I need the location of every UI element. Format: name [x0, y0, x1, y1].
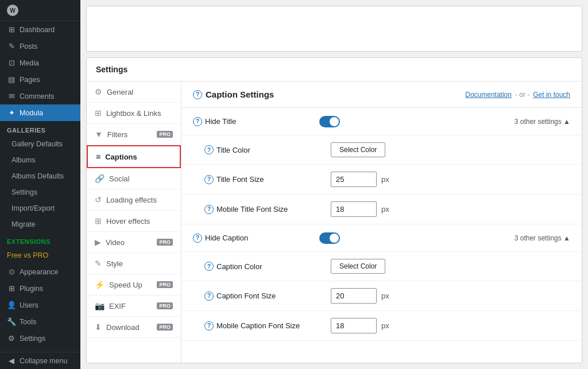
- caption-color-label: ? Caption Color: [204, 262, 331, 271]
- sidebar-item-free-vs-pro[interactable]: Free vs PRO: [0, 247, 80, 263]
- sidebar-item-migrate[interactable]: Migrate: [0, 216, 80, 232]
- collapse-icon: ◀: [7, 356, 16, 365]
- mobile-title-font-size-unit: px: [381, 205, 389, 213]
- sidebar-item-settings[interactable]: Settings: [0, 184, 80, 200]
- hide-caption-label: ? Hide Caption: [193, 234, 319, 243]
- hide-caption-toggle[interactable]: [319, 232, 340, 244]
- sidebar-item-tools[interactable]: 🔧 Tools: [0, 313, 80, 330]
- video-pro-badge: PRO: [157, 239, 173, 246]
- documentation-link[interactable]: Documentation: [465, 91, 512, 99]
- mobile-title-font-size-input[interactable]: [331, 201, 377, 217]
- top-area: [86, 6, 582, 52]
- sidebar-item-dashboard[interactable]: ⊞ Dashboard: [0, 21, 80, 38]
- sidebar-item-posts[interactable]: ✎ Posts: [0, 38, 80, 55]
- nav-item-loading-effects[interactable]: ↺ Loading effects: [87, 189, 181, 211]
- sidebar-collapse-menu[interactable]: ◀ Collapse menu: [0, 352, 80, 369]
- plugins-icon: ⊞: [7, 284, 16, 293]
- nav-item-captions[interactable]: ≡ Captions: [87, 145, 181, 168]
- sidebar-item-pages[interactable]: ▤ Pages: [0, 71, 80, 88]
- nav-item-social[interactable]: 🔗 Social: [87, 168, 181, 189]
- settings-body: ⚙ General ⊞ Lightbox & Links ▼ Filters P…: [87, 81, 582, 363]
- nav-item-hover-effects[interactable]: ⊞ Hover effects: [87, 211, 181, 232]
- caption-settings-content: ? Caption Settings Documentation - or - …: [181, 81, 582, 363]
- mobile-title-font-size-row: ? Mobile Title Font Size px: [181, 195, 582, 224]
- download-pro-badge: PRO: [157, 324, 173, 331]
- caption-color-button[interactable]: Select Color: [331, 259, 385, 274]
- sidebar-item-albums-defaults[interactable]: Albums Defaults: [0, 168, 80, 184]
- hide-caption-help-icon[interactable]: ?: [193, 234, 202, 243]
- users-icon: 👤: [7, 301, 16, 309]
- caption-settings-title: ? Caption Settings: [193, 90, 274, 99]
- hide-caption-extra[interactable]: 3 other settings ▲: [514, 234, 570, 242]
- comments-icon: ✉: [7, 92, 16, 100]
- sidebar-item-modula[interactable]: ✦ Modula: [0, 104, 80, 121]
- lightbox-icon: ⊞: [95, 108, 102, 118]
- hide-title-extra[interactable]: 3 other settings ▲: [514, 118, 570, 126]
- hide-title-row: ? Hide Title 3 other settings ▲: [181, 108, 582, 135]
- get-in-touch-link[interactable]: Get in touch: [533, 91, 570, 99]
- mobile-caption-font-size-label: ? Mobile Caption Font Size: [204, 321, 331, 331]
- nav-item-filters[interactable]: ▼ Filters PRO: [87, 124, 181, 145]
- mobile-title-font-size-control: px: [331, 201, 570, 217]
- sidebar: W ⊞ Dashboard ✎ Posts ⊡ Media ▤ Pages ✉ …: [0, 0, 80, 369]
- caption-color-help-icon[interactable]: ?: [204, 262, 214, 271]
- caption-color-control: Select Color: [331, 259, 570, 274]
- speed-up-icon: ⚡: [95, 280, 105, 289]
- title-font-size-help-icon[interactable]: ?: [204, 175, 214, 184]
- nav-item-lightbox[interactable]: ⊞ Lightbox & Links: [87, 103, 181, 124]
- captions-icon: ≡: [96, 152, 100, 161]
- speed-up-pro-badge: PRO: [157, 281, 173, 288]
- sidebar-item-appearance[interactable]: ⊙ Appearance: [0, 263, 80, 280]
- modula-icon: ✦: [7, 108, 16, 117]
- nav-item-speed-up[interactable]: ⚡ Speed Up PRO: [87, 274, 181, 296]
- title-font-size-input[interactable]: [331, 172, 377, 187]
- tools-icon: 🔧: [7, 317, 16, 326]
- posts-icon: ✎: [7, 42, 16, 51]
- hide-title-help-icon[interactable]: ?: [193, 117, 202, 126]
- sidebar-item-settings2[interactable]: ⚙ Settings: [0, 330, 80, 347]
- mobile-caption-font-size-input[interactable]: [331, 318, 377, 333]
- sidebar-logo: W: [0, 0, 80, 21]
- nav-item-exif[interactable]: 📷 EXIF PRO: [87, 296, 181, 317]
- settings-panel: Settings ⚙ General ⊞ Lightbox & Links ▼ …: [86, 57, 582, 363]
- hide-title-toggle[interactable]: [319, 116, 340, 127]
- appearance-icon: ⊙: [7, 267, 16, 276]
- settings-panel-title: Settings: [87, 58, 582, 81]
- exif-pro-badge: PRO: [157, 302, 173, 309]
- sidebar-item-gallery-defaults[interactable]: Gallery Defaults: [0, 136, 80, 152]
- caption-font-size-row: ? Caption Font Size px: [181, 281, 582, 311]
- caption-font-size-unit: px: [381, 292, 389, 300]
- sidebar-item-albums[interactable]: Albums: [0, 152, 80, 168]
- hide-caption-control: [319, 232, 514, 244]
- download-icon: ⬇: [95, 323, 102, 332]
- nav-item-download[interactable]: ⬇ Download PRO: [87, 317, 181, 338]
- sidebar-item-comments[interactable]: ✉ Comments: [0, 88, 80, 104]
- loading-effects-icon: ↺: [95, 195, 102, 204]
- nav-item-general[interactable]: ⚙ General: [87, 81, 181, 103]
- sidebar-item-users[interactable]: 👤 Users: [0, 297, 80, 313]
- extensions-section-label: Extensions: [0, 232, 80, 247]
- sidebar-item-plugins[interactable]: ⊞ Plugins: [0, 280, 80, 297]
- mobile-caption-font-size-control: px: [331, 318, 570, 333]
- sidebar-item-media[interactable]: ⊡ Media: [0, 55, 80, 71]
- mobile-caption-font-size-help-icon[interactable]: ?: [204, 321, 214, 331]
- mobile-title-font-size-help-icon[interactable]: ?: [204, 205, 214, 214]
- hover-effects-icon: ⊞: [95, 216, 102, 226]
- caption-font-size-control: px: [331, 288, 570, 304]
- hide-title-control: [319, 116, 514, 127]
- title-color-help-icon[interactable]: ?: [204, 145, 214, 154]
- caption-font-size-label: ? Caption Font Size: [204, 292, 331, 301]
- caption-help-icon[interactable]: ?: [193, 90, 202, 99]
- nav-item-style[interactable]: ✎ Style: [87, 253, 181, 274]
- sidebar-item-import-export[interactable]: Import/Export: [0, 200, 80, 216]
- wordpress-logo-icon: W: [7, 5, 18, 16]
- nav-item-video[interactable]: ▶ Video PRO: [87, 232, 181, 253]
- dashboard-icon: ⊞: [7, 25, 16, 34]
- caption-font-size-help-icon[interactable]: ?: [204, 292, 214, 301]
- exif-icon: 📷: [95, 301, 105, 310]
- media-icon: ⊡: [7, 59, 16, 67]
- title-color-button[interactable]: Select Color: [331, 142, 385, 157]
- caption-font-size-input[interactable]: [331, 288, 377, 304]
- hide-caption-row: ? Hide Caption 3 other settings ▲: [181, 224, 582, 252]
- settings-icon: ⚙: [7, 334, 16, 343]
